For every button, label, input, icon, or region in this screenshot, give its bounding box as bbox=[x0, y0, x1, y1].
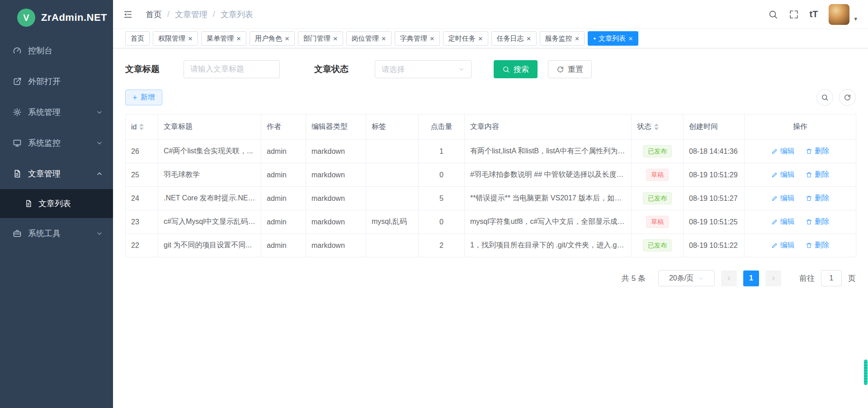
next-page-button[interactable] bbox=[765, 270, 781, 286]
tab-close-icon[interactable]: × bbox=[333, 35, 338, 43]
sidebar-item-system-tools[interactable]: 系统工具 bbox=[0, 218, 113, 249]
tab-menu-management[interactable]: 菜单管理× bbox=[201, 31, 246, 46]
search-toggle-button[interactable] bbox=[816, 89, 833, 106]
tab-article-list[interactable]: ●文章列表× bbox=[588, 31, 638, 46]
tab-close-icon[interactable]: × bbox=[527, 35, 531, 43]
app-root: V ZrAdmin.NET 控制台 外部打开 系统管理 系统监控 bbox=[0, 0, 868, 408]
add-button[interactable]: + 新增 bbox=[125, 90, 162, 105]
column-header-status[interactable]: 状态 bbox=[632, 114, 684, 140]
tab-service-monitor[interactable]: 服务监控× bbox=[540, 31, 585, 46]
sidebar-item-label: 系统工具 bbox=[28, 228, 61, 239]
page-size-select[interactable]: 20条/页 bbox=[658, 270, 715, 286]
tab-bar: 首页 权限管理× 菜单管理× 用户角色× 部门管理× 岗位管理× 字典管理× 定… bbox=[113, 29, 868, 48]
fullscreen-button[interactable] bbox=[789, 9, 799, 19]
delete-button[interactable]: 删除 bbox=[806, 217, 829, 227]
cell-created: 08-19 10:51:25 bbox=[684, 210, 745, 234]
page-content: 文章标题 文章状态 请选择 搜索 重置 + bbox=[113, 48, 868, 408]
refresh-table-button[interactable] bbox=[839, 89, 856, 106]
search-icon bbox=[502, 66, 510, 73]
sidebar-item-system-monitor[interactable]: 系统监控 bbox=[0, 128, 113, 158]
cell-status: 已发布 bbox=[632, 187, 684, 210]
column-header-clicks: 点击量 bbox=[419, 114, 465, 140]
sidebar-item-dashboard[interactable]: 控制台 bbox=[0, 35, 113, 66]
tab-close-icon[interactable]: × bbox=[236, 35, 241, 43]
sidebar-item-article-management[interactable]: 文章管理 bbox=[0, 158, 113, 189]
tab-close-icon[interactable]: × bbox=[382, 35, 386, 43]
cell-author: admin bbox=[261, 140, 306, 163]
edit-button[interactable]: 编辑 bbox=[771, 170, 795, 180]
sidebar-item-article-list[interactable]: 文章列表 bbox=[0, 189, 113, 218]
refresh-icon bbox=[557, 66, 564, 73]
edit-button[interactable]: 编辑 bbox=[771, 147, 795, 156]
breadcrumb-item-article-management[interactable]: 文章管理 bbox=[175, 9, 208, 20]
breadcrumb-item-home[interactable]: 首页 bbox=[146, 9, 162, 20]
column-header-tags: 标签 bbox=[366, 114, 419, 140]
sidebar-toggle[interactable] bbox=[123, 9, 133, 19]
cell-author: admin bbox=[261, 234, 306, 257]
tab-dict[interactable]: 字典管理× bbox=[395, 31, 440, 46]
goto-page-input[interactable] bbox=[821, 270, 842, 286]
tab-post[interactable]: 岗位管理× bbox=[346, 31, 392, 46]
cell-title: C#两个list集合实现关联，... bbox=[158, 140, 261, 163]
tab-scheduled-task[interactable]: 定时任务× bbox=[443, 31, 488, 46]
status-badge: 已发布 bbox=[643, 192, 672, 204]
logo[interactable]: V ZrAdmin.NET bbox=[0, 0, 113, 35]
reset-button[interactable]: 重置 bbox=[548, 60, 592, 78]
tab-department[interactable]: 部门管理× bbox=[298, 31, 343, 46]
sort-icon[interactable] bbox=[139, 123, 144, 130]
trash-icon bbox=[806, 195, 812, 202]
tab-task-log[interactable]: 任务日志× bbox=[491, 31, 537, 46]
cell-ops: 编辑 删除 bbox=[745, 187, 856, 210]
plus-icon: + bbox=[132, 94, 137, 102]
table-row: 26 C#两个list集合实现关联，... admin markdown 1 有… bbox=[126, 140, 856, 163]
tab-close-icon[interactable]: × bbox=[628, 35, 633, 43]
tab-user-role[interactable]: 用户角色× bbox=[250, 31, 295, 46]
trash-icon bbox=[806, 218, 812, 225]
sidebar-item-system-management[interactable]: 系统管理 bbox=[0, 97, 113, 128]
prev-page-button[interactable] bbox=[721, 270, 737, 286]
delete-button[interactable]: 删除 bbox=[806, 170, 829, 180]
table-row: 23 c#写入Mysql中文显示乱码 ... admin markdown my… bbox=[126, 210, 856, 234]
tab-permission[interactable]: 权限管理× bbox=[153, 31, 198, 46]
status-badge: 已发布 bbox=[643, 145, 672, 157]
tab-close-icon[interactable]: × bbox=[285, 35, 289, 43]
table-header-row: id 文章标题 作者 编辑器类型 标签 点击量 文章内容 状态 创建时间 操作 bbox=[126, 114, 856, 140]
top-bar: 首页 / 文章管理 / 文章列表 tT ▾ bbox=[113, 0, 868, 29]
delete-button[interactable]: 删除 bbox=[806, 241, 829, 250]
header-search-button[interactable] bbox=[768, 9, 778, 19]
chevron-left-icon bbox=[726, 275, 732, 282]
delete-button[interactable]: 删除 bbox=[806, 194, 829, 203]
external-link-icon bbox=[13, 77, 22, 86]
cell-editor: markdown bbox=[306, 163, 366, 187]
column-header-id[interactable]: id bbox=[126, 114, 158, 140]
tab-close-icon[interactable]: × bbox=[575, 35, 580, 43]
tab-close-icon[interactable]: × bbox=[430, 35, 434, 43]
scrollbar-thumb[interactable] bbox=[864, 360, 868, 385]
edit-button[interactable]: 编辑 bbox=[771, 241, 795, 250]
cell-tags bbox=[366, 140, 419, 163]
article-status-select[interactable]: 请选择 bbox=[375, 60, 472, 78]
tab-close-icon[interactable]: × bbox=[188, 35, 193, 43]
font-size-icon[interactable]: tT bbox=[810, 9, 818, 19]
table-row: 25 羽毛球教学 admin markdown 0 #羽毛球拍参数说明 ## 中… bbox=[126, 163, 856, 187]
tab-close-icon[interactable]: × bbox=[478, 35, 483, 43]
avatar[interactable] bbox=[829, 4, 849, 25]
edit-button[interactable]: 编辑 bbox=[771, 194, 795, 203]
cell-clicks: 1 bbox=[419, 140, 465, 163]
avatar-caret-icon[interactable]: ▾ bbox=[854, 15, 857, 22]
tab-home[interactable]: 首页 bbox=[125, 31, 150, 46]
cell-id: 26 bbox=[126, 140, 158, 163]
delete-button[interactable]: 删除 bbox=[806, 147, 829, 156]
cell-id: 23 bbox=[126, 210, 158, 234]
trash-icon bbox=[806, 148, 812, 155]
article-title-input[interactable] bbox=[184, 60, 280, 78]
search-button[interactable]: 搜索 bbox=[494, 60, 538, 78]
sidebar-item-external-open[interactable]: 外部打开 bbox=[0, 66, 113, 97]
column-header-ops: 操作 bbox=[745, 114, 856, 140]
monitor-icon bbox=[13, 138, 22, 147]
edit-button[interactable]: 编辑 bbox=[771, 217, 795, 227]
sort-icon[interactable] bbox=[654, 123, 659, 130]
page-number-button[interactable]: 1 bbox=[743, 270, 759, 286]
cell-editor: markdown bbox=[306, 234, 366, 257]
breadcrumb-separator: / bbox=[213, 9, 215, 19]
